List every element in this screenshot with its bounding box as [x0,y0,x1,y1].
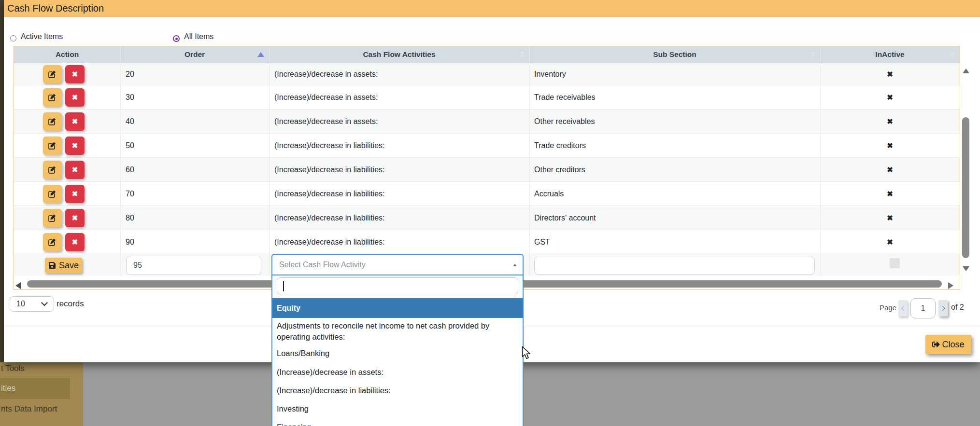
edit-pencil-icon [48,141,57,150]
edit-button[interactable] [43,112,62,131]
delete-button[interactable]: ✖ [65,112,85,131]
delete-button[interactable]: ✖ [65,65,85,83]
floppy-disk-icon [48,261,56,269]
col-header-action[interactable]: Action [14,46,120,63]
sort-idle-icon [950,55,955,58]
new-order-input[interactable] [126,256,261,275]
edit-button[interactable] [43,137,62,155]
dropdown-option[interactable]: Equity [272,298,523,318]
inactive-cell: ✖ [820,85,960,109]
vscroll-thumb[interactable] [962,117,969,258]
delete-button[interactable]: ✖ [65,161,85,179]
edit-button[interactable] [43,65,62,83]
hscroll-left-arrow[interactable] [15,282,21,289]
table-header-row: Action Order Cash Flow Activities Sub Se… [14,46,960,63]
sort-idle-icon [950,51,955,54]
col-header-activities[interactable]: Cash Flow Activities [269,46,529,63]
inactive-cell: ✖ [820,63,960,85]
page-prev-button[interactable] [898,300,908,316]
dropdown-options: Equity Adjustments to reconcile net inco… [272,298,523,426]
dropdown-option[interactable]: Loans/Banking [272,344,523,363]
save-button[interactable]: Save [45,258,82,273]
table-row: ✖ 30 (Increase)/decrease in assets: Trad… [14,85,960,110]
sidebar-item-tools[interactable]: t Tools [1,364,25,373]
inactive-cell: ✖ [820,182,960,206]
subsection-cell: Other receivables [534,110,595,133]
col-header-inactive[interactable]: InActive [820,46,960,63]
column-separator [820,46,821,63]
column-separator [120,63,121,276]
x-mark-icon: ✖ [72,141,78,150]
dropdown-option[interactable]: (Increase)/decrease in liabilities: [272,381,523,399]
column-separator [269,46,270,63]
active-items-label[interactable]: Active Items [21,32,63,41]
x-mark-icon: ✖ [72,117,78,126]
page-next-button[interactable] [938,300,948,316]
sidebar-item-activities[interactable]: ities [0,378,70,399]
all-items-label[interactable]: All Items [184,32,213,41]
subsection-cell: Accruals [534,182,564,206]
table-row: ✖ 80 (Increase)/decrease in liabilities:… [14,206,960,230]
records-per-page-select[interactable]: 10 [10,296,54,312]
edit-pencil-icon [48,189,57,198]
column-separator [529,46,530,63]
dropdown-option[interactable]: (Increase)/decrease in assets: [272,363,523,381]
edit-button[interactable] [43,88,62,107]
table-row: ✖ 60 (Increase)/decrease in liabilities:… [14,158,960,182]
subsection-cell: Trade creditors [534,134,586,157]
delete-button[interactable]: ✖ [65,137,85,155]
delete-button[interactable]: ✖ [65,209,85,227]
activity-cell: (Increase)/decrease in liabilities: [274,158,385,181]
delete-button[interactable]: ✖ [65,233,85,251]
vscroll-up-arrow[interactable] [963,69,969,73]
select-dropdown-panel: Equity Adjustments to reconcile net inco… [271,275,524,426]
inactive-cell: ✖ [820,206,960,230]
order-cell: 40 [126,110,134,133]
table-row: ✖ 90 (Increase)/decrease in liabilities:… [14,230,960,254]
page-number-input[interactable]: 1 [910,298,936,318]
subsection-cell: Directors' account [534,206,596,230]
records-per-page-value: 10 [16,297,25,311]
sort-idle-icon [520,55,525,58]
all-items-radio[interactable] [173,35,180,42]
vscroll-down-arrow[interactable] [963,266,969,271]
hscroll-right-arrow[interactable] [948,282,953,289]
sort-idle-icon [810,55,815,58]
sort-idle-icon [520,51,525,54]
delete-button[interactable]: ✖ [65,185,85,203]
cash-flow-activity-select[interactable]: Select Cash Flow Activity [271,254,524,275]
subsection-cell: GST [534,230,550,254]
edit-button[interactable] [43,209,62,227]
dropdown-option[interactable]: Adjustments to reconcile net income to n… [272,318,523,344]
edit-button[interactable] [43,185,62,203]
caret-up-icon [513,264,517,266]
edit-pencil-icon [48,117,57,126]
delete-button[interactable]: ✖ [65,88,85,107]
order-cell: 30 [126,85,134,109]
inactive-cell: ✖ [820,110,960,133]
new-inactive-checkbox[interactable] [890,258,900,268]
col-header-subsection[interactable]: Sub Section [529,46,820,63]
edit-button[interactable] [43,161,62,179]
order-cell: 90 [126,230,134,254]
text-cursor [283,281,284,291]
close-button[interactable]: Close [925,335,971,354]
new-subsection-input[interactable] [534,257,815,275]
sidebar-item-data-import[interactable]: nts Data Import [1,404,57,414]
edit-button[interactable] [43,233,62,251]
sort-ascending-icon [257,52,264,57]
dropdown-search-input[interactable] [277,277,518,294]
activity-cell: (Increase)/decrease in liabilities: [274,182,385,206]
col-header-order[interactable]: Order [120,46,269,63]
inactive-cell: ✖ [820,230,960,254]
x-mark-icon: ✖ [72,190,78,198]
inactive-cell: ✖ [820,134,960,157]
edit-pencil-icon [48,213,57,222]
dropdown-option[interactable]: Financing [272,418,523,426]
sort-idle-icon [810,51,815,54]
active-items-radio[interactable] [10,35,16,41]
order-cell: 70 [126,182,134,206]
table-row: ✖ 20 (Increase)/decrease in assets: Inve… [14,63,960,85]
activity-cell: (Increase)/decrease in assets: [274,85,378,109]
dropdown-option[interactable]: Investing [272,399,523,418]
